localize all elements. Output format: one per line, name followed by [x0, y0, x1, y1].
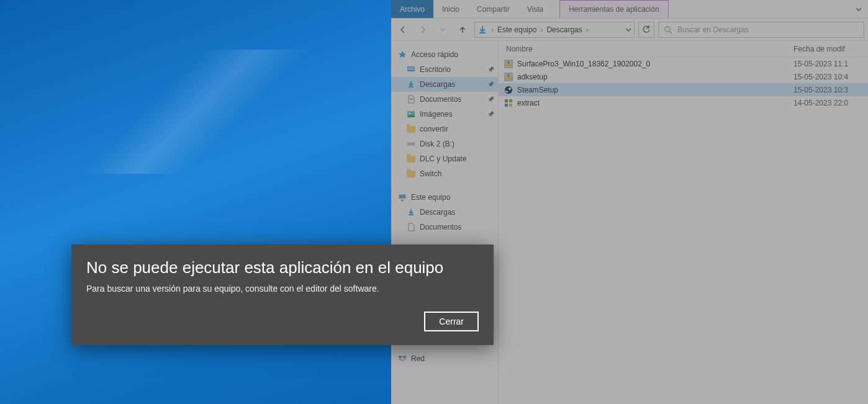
nav-pc-documents[interactable]: Documentos: [391, 220, 498, 235]
file-date: 15-05-2023 10:4: [793, 73, 868, 81]
file-icon: [504, 72, 513, 82]
nav-pictures[interactable]: Imágenes: [391, 107, 498, 122]
tab-file[interactable]: Archivo: [391, 0, 433, 18]
nav-convertir[interactable]: convertir: [391, 122, 498, 137]
file-icon: [504, 85, 513, 95]
folder-icon: [406, 169, 416, 179]
file-date: 15-05-2023 10:3: [793, 86, 868, 94]
close-button[interactable]: Cerrar: [424, 312, 479, 331]
document-icon: [406, 222, 416, 232]
svg-rect-5: [410, 98, 413, 99]
svg-rect-21: [507, 61, 510, 63]
nav-switch[interactable]: Switch: [391, 166, 498, 181]
tab-app-tools[interactable]: Herramientas de aplicación: [559, 0, 668, 18]
svg-rect-12: [399, 195, 405, 198]
pictures-icon: [406, 109, 416, 119]
nav-label: Este equipo: [411, 193, 450, 202]
star-icon: [397, 50, 407, 60]
file-date: 15-05-2023 11:1: [793, 60, 868, 68]
svg-rect-24: [507, 74, 510, 76]
nav-recent-button[interactable]: [435, 22, 451, 38]
nav-this-pc[interactable]: Este equipo: [391, 190, 498, 205]
nav-desktop[interactable]: Escritorio: [391, 62, 498, 77]
nav-label: Documentos: [420, 95, 461, 104]
downloads-icon: [406, 207, 416, 217]
folder-icon: [406, 124, 416, 134]
address-dropdown[interactable]: [625, 27, 631, 33]
ribbon-collapse[interactable]: [849, 0, 868, 18]
svg-point-25: [505, 86, 512, 94]
address-bar[interactable]: › Este equipo › Descargas ›: [474, 22, 635, 38]
search-icon: [664, 25, 672, 34]
refresh-button[interactable]: [638, 22, 654, 38]
column-headers: Nombre Fecha de modif: [499, 41, 868, 57]
nav-downloads[interactable]: Descargas: [391, 77, 498, 92]
svg-rect-14: [409, 214, 414, 215]
drive-icon: [406, 139, 416, 149]
nav-forward-button[interactable]: [415, 22, 431, 38]
nav-label: Disk 2 (B:): [420, 140, 454, 148]
svg-rect-20: [506, 63, 511, 66]
file-row[interactable]: adksetup15-05-2023 10:4: [499, 70, 868, 83]
col-date[interactable]: Fecha de modif: [793, 45, 868, 53]
svg-point-10: [413, 143, 414, 145]
svg-rect-17: [399, 356, 402, 358]
breadcrumb-folder[interactable]: Descargas: [546, 25, 582, 34]
arrow-up-icon: [458, 25, 467, 34]
nav-pc-downloads[interactable]: Descargas: [391, 205, 498, 220]
nav-label: Descargas: [420, 80, 455, 89]
nav-documents[interactable]: Documentos: [391, 92, 498, 107]
nav-label: Imágenes: [420, 110, 453, 119]
nav-label: Escritorio: [420, 65, 451, 74]
file-name: SteamSetup: [517, 86, 793, 94]
file-row[interactable]: extract14-05-2023 22:0: [499, 96, 868, 109]
tab-home[interactable]: Inicio: [433, 0, 468, 18]
file-name: adksetup: [517, 73, 793, 81]
nav-label: DLC y Update: [420, 155, 466, 163]
chevron-down-icon: [440, 27, 445, 32]
file-name: extract: [517, 99, 793, 107]
file-date: 14-05-2023 22:0: [793, 99, 868, 107]
file-row[interactable]: SteamSetup15-05-2023 10:3: [499, 83, 868, 96]
nav-disk2[interactable]: Disk 2 (B:): [391, 137, 498, 151]
file-row[interactable]: SurfacePro3_Win10_18362_1902002_015-05-2…: [499, 57, 868, 70]
dialog-title: No se puede ejecutar esta aplicación en …: [86, 258, 479, 277]
svg-rect-29: [509, 99, 512, 102]
svg-rect-13: [401, 200, 404, 201]
breadcrumb-sep: ›: [491, 25, 494, 34]
network-icon: [397, 354, 407, 364]
file-name: SurfacePro3_Win10_18362_1902002_0: [517, 60, 793, 68]
nav-label: Acceso rápido: [411, 50, 458, 59]
chevron-down-icon: [625, 27, 631, 33]
nav-label: convertir: [420, 125, 448, 133]
file-icon: [504, 98, 513, 108]
nav-back-button[interactable]: [395, 22, 411, 38]
svg-rect-23: [506, 76, 511, 79]
breadcrumb-sep: ›: [586, 25, 589, 34]
nav-dlc[interactable]: DLC y Update: [391, 151, 498, 166]
nav-label: Documentos: [420, 223, 461, 231]
tab-share[interactable]: Compartir: [468, 0, 518, 18]
breadcrumb-root[interactable]: Este equipo: [497, 25, 536, 34]
dialog-body: Para buscar una versión para su equipo, …: [86, 284, 479, 294]
nav-network[interactable]: Red: [391, 351, 498, 366]
arrow-left-icon: [399, 25, 407, 34]
svg-rect-4: [409, 86, 414, 88]
nav-label: Switch: [420, 169, 441, 178]
file-icon: [504, 59, 513, 69]
folder-icon: [406, 154, 416, 164]
nav-up-button[interactable]: [454, 22, 471, 38]
desktop-icon: [406, 65, 416, 74]
chevron-down-icon: [856, 6, 862, 12]
col-name[interactable]: Nombre: [499, 45, 793, 53]
nav-quick-access[interactable]: Acceso rápido: [391, 47, 498, 62]
search-box[interactable]: Buscar en Descargas: [658, 22, 864, 38]
tab-view[interactable]: Vista: [518, 0, 552, 18]
arrow-right-icon: [418, 25, 427, 34]
svg-rect-31: [509, 104, 512, 107]
error-dialog: No se puede ejecutar esta aplicación en …: [71, 245, 494, 345]
search-placeholder: Buscar en Descargas: [677, 25, 749, 34]
svg-rect-3: [408, 67, 414, 70]
breadcrumb-sep: ›: [540, 25, 543, 34]
ribbon-tabs: Archivo Inicio Compartir Vista Herramien…: [391, 0, 868, 19]
